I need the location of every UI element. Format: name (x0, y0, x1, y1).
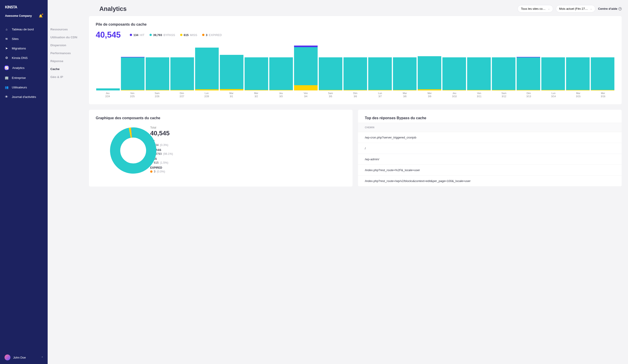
bar-segment-bypass (121, 57, 145, 90)
table-row[interactable]: / (358, 143, 622, 154)
sidebar-item-users[interactable]: 👥Utilisateurs (0, 82, 48, 92)
bar-segment-miss (121, 90, 145, 90)
users-icon: 👥 (4, 85, 9, 89)
subnav-item[interactable]: Dispersion (50, 41, 84, 49)
x-axis-label: Mar3/8 (393, 92, 417, 98)
help-icon: ? (619, 7, 622, 10)
subnav-item[interactable]: Performances (50, 49, 84, 57)
avatar (4, 355, 10, 360)
dns-icon: ⚙ (4, 56, 9, 60)
x-axis-label: Dim3/6 (343, 92, 367, 98)
bypass-card: Top des réponses Bypass du cache CHEMIN/… (358, 110, 622, 186)
company-icon: 🏢 (4, 76, 9, 80)
sidebar: KINSTA Awesome Company 🔔 ⌂Tableau de bor… (0, 0, 48, 364)
subnav-item[interactable]: Géo & IP (50, 73, 84, 81)
bar-segment-miss (220, 89, 243, 90)
bar-segment-bypass (418, 56, 441, 89)
card-title: Graphique des composants du cache (96, 116, 346, 120)
bar-segment-bypass (368, 57, 392, 90)
bar-segment-bypass (294, 47, 318, 85)
bar-segment-bypass (146, 57, 169, 90)
cache-stack-card: Pile de composants du cache 40,545 134HI… (89, 16, 622, 104)
x-axis-label: Ven3/4 (294, 92, 318, 98)
sidebar-item-migrations[interactable]: ➤Migrations (0, 44, 48, 53)
x-axis-label: Lun3/14 (542, 92, 565, 98)
table-row[interactable]: /wp-admin/ (358, 154, 622, 165)
bar-segment-miss (517, 90, 540, 90)
user-name: John Doe (13, 356, 26, 359)
chevron-down-icon: ⌄ (548, 7, 550, 10)
x-axis-label: Dim2/27 (170, 92, 194, 98)
legend-item: 134HIT (130, 33, 145, 37)
bar-segment-bypass (319, 57, 342, 90)
sites-dropdown[interactable]: Tous les sites co…⌄ (518, 5, 553, 12)
bar-segment-bypass (96, 88, 120, 90)
sites-icon: ≋ (4, 37, 9, 41)
card-title: Pile de composants du cache (96, 22, 615, 27)
bar-segment-miss (591, 90, 614, 90)
sidebar-item-company[interactable]: 🏢Entreprise (0, 73, 48, 82)
subnav-item[interactable]: Ressources (50, 25, 84, 33)
x-axis-label: Sam2/26 (145, 92, 169, 98)
sub-navigation: RessourcesUtilisation du CDNDispersionPe… (50, 0, 89, 364)
sidebar-item-label: Utilisateurs (12, 86, 27, 89)
subnav-item[interactable]: Réponse (50, 57, 84, 65)
bar-segment-miss (343, 90, 367, 90)
period-dropdown[interactable]: Mois actuel (Fév 27…⌄ (556, 5, 595, 12)
x-axis-label: Jeu3/10 (443, 92, 466, 98)
bar-segment-bypass (591, 57, 614, 90)
sidebar-item-sites[interactable]: ≋Sites (0, 34, 48, 44)
sidebar-item-label: Entreprise (12, 76, 26, 80)
bar-segment-miss (269, 90, 293, 90)
x-axis-label: Lun3/7 (368, 92, 392, 98)
x-axis-label: Mar3/1 (220, 92, 243, 98)
bar-segment-bypass (220, 55, 243, 89)
notifications-icon[interactable]: 🔔 (39, 14, 43, 18)
x-axis-label: Lun2/28 (195, 92, 219, 98)
table-header: CHEMIN (358, 123, 622, 132)
cache-donut-card: Graphique des composants du cache Total4… (89, 110, 353, 186)
subnav-item[interactable]: Cache (50, 65, 84, 73)
user-menu[interactable]: John Doe ⌃ (0, 351, 48, 364)
legend-item: 615MISS (180, 33, 197, 37)
bar-chart (96, 45, 615, 90)
bar-segment-bypass (170, 57, 194, 90)
sidebar-item-label: Analytics (12, 66, 24, 69)
help-link[interactable]: Centre d'aide ? (598, 7, 622, 10)
logo[interactable]: KINSTA (0, 0, 48, 13)
sidebar-item-dns[interactable]: ⚙Kinsta DNS (0, 53, 48, 62)
x-axis-label: Ven2/25 (120, 92, 144, 98)
bar-segment-miss (442, 90, 466, 90)
bar-segment-miss (319, 90, 342, 90)
bar-segment-bypass (244, 57, 268, 90)
bar-segment-bypass (467, 57, 491, 90)
legend-item: 39,793BYPASS (150, 33, 175, 37)
bar-segment-miss (294, 85, 318, 90)
table-row[interactable]: /index.php?rest_route=%2F&_locale=user (358, 165, 622, 176)
topbar: Tous les sites co…⌄ Mois actuel (Fév 27…… (89, 0, 628, 16)
bar-segment-hit (294, 46, 318, 47)
sidebar-item-label: Migrations (12, 47, 26, 50)
x-axis-label: Sam3/12 (492, 92, 516, 98)
sidebar-item-label: Kinsta DNS (12, 56, 28, 60)
bar-segment-bypass (492, 57, 515, 90)
sidebar-item-activity[interactable]: 👁Journal d'activités (0, 92, 48, 102)
bar-segment-miss (492, 90, 515, 90)
activity-icon: 👁 (4, 95, 9, 99)
bar-segment-bypass (269, 57, 293, 90)
x-axis-label: Ven3/11 (467, 92, 491, 98)
bar-segment-bypass (566, 57, 590, 90)
sidebar-item-home[interactable]: ⌂Tableau de bord (0, 24, 48, 34)
bar-segment-bypass (517, 57, 540, 90)
sidebar-item-analytics[interactable]: 📈Analytics (0, 62, 48, 73)
sidebar-item-label: Sites (12, 37, 19, 41)
bar-segment-miss (195, 89, 219, 90)
table-row[interactable]: /wp-cron.php?server_triggered_cronjob (358, 132, 622, 143)
table-row[interactable]: /index.php?rest_route=/wp/v2/blocks&cont… (358, 176, 622, 186)
donut-chart (96, 127, 143, 174)
subnav-item[interactable]: Utilisation du CDN (50, 33, 84, 41)
bypass-list: CHEMIN/wp-cron.php?server_triggered_cron… (358, 123, 622, 186)
bar-segment-bypass (195, 48, 219, 90)
chevron-down-icon: ⌄ (590, 7, 592, 10)
bar-segment-bypass (343, 57, 367, 90)
